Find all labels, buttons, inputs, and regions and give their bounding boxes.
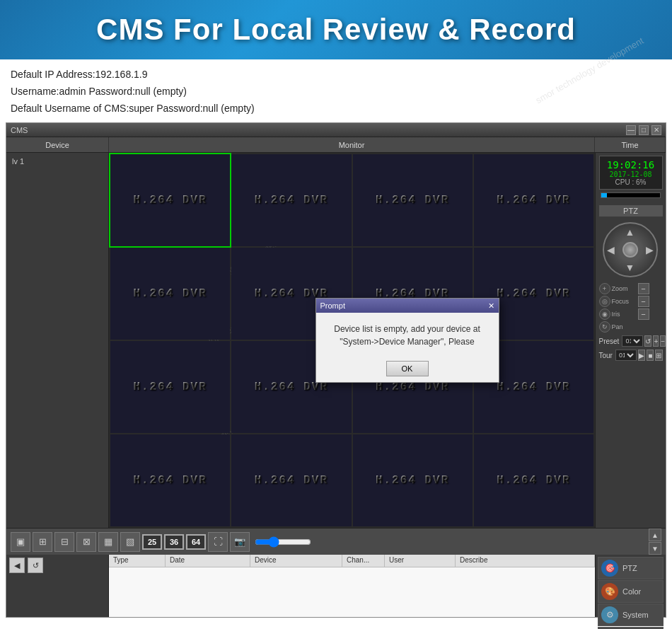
camera-cell-15[interactable]: H.264 DVR (353, 434, 473, 526)
layout-4x4-button[interactable]: ⊠ (76, 532, 96, 552)
camera-label-8: H.264 DVR (497, 287, 570, 300)
time-display: 19:02:16 2017-12-08 CPU : 6% (599, 156, 663, 190)
color-side-label: Color (622, 587, 641, 596)
prompt-dialog: Prompt ✕ Device list is empty, add your … (315, 298, 499, 383)
ptz-left-arrow[interactable]: ◀ (607, 244, 615, 255)
scroll-up-button[interactable]: ▲ (649, 529, 661, 541)
preset-add-button[interactable]: + (653, 335, 659, 347)
color-side-icon: 🎨 (601, 583, 618, 600)
preset-refresh-button[interactable]: ↺ (644, 335, 651, 347)
ptz-up-arrow[interactable]: ▲ (625, 226, 635, 238)
log-prev-button[interactable]: ◀ (9, 558, 25, 573)
info-line-3: Default Username of CMS:super Password:n… (11, 100, 661, 117)
camera-cell-4[interactable]: H.264 DVR (474, 154, 593, 246)
camera-label-5: H.264 DVR (133, 287, 207, 300)
date-text: 2017-12-08 (604, 171, 658, 178)
tree-item[interactable]: lv 1 (9, 156, 105, 167)
cms-window: CMS — □ ✕ Device Monitor Time lv 1 smor … (6, 122, 666, 618)
preset-label: Preset (599, 337, 620, 345)
tour-stop-button[interactable]: ■ (647, 350, 654, 361)
preset-delete-button[interactable]: − (660, 335, 666, 347)
ptz-control[interactable]: ▲ ▼ ◀ ▶ (603, 222, 659, 279)
iris-minus-button[interactable]: − (638, 308, 649, 320)
column-headers: Device Monitor Time (6, 137, 666, 153)
iris-label: Iris (612, 311, 637, 318)
log-refresh-button[interactable]: ↺ (28, 558, 43, 573)
col-header-time: Time (595, 137, 666, 152)
ptz-down-arrow[interactable]: ▼ (625, 262, 635, 273)
ptz-right-arrow[interactable]: ▶ (646, 244, 654, 255)
prompt-ok-button[interactable]: OK (386, 361, 429, 376)
system-side-button[interactable]: ⚙ System (598, 604, 664, 626)
ptz-center-button[interactable] (622, 242, 638, 258)
layout-custom1-button[interactable]: ▦ (98, 532, 118, 552)
side-buttons-panel: 🎯 PTZ 🎨 Color ⚙ System ▶ PlayBack 🔧 Adva… (595, 555, 666, 617)
camera-cell-5[interactable]: H.264 DVR (110, 248, 230, 340)
log-col-device: Device (250, 555, 342, 567)
tour-play-button[interactable]: ▶ (638, 350, 645, 361)
right-panel: 19:02:16 2017-12-08 CPU : 6% PTZ ▲ ▼ ◀ ▶ (595, 153, 666, 528)
device-sidebar: lv 1 (6, 153, 109, 528)
layout-25-button[interactable]: 25 (142, 534, 162, 550)
layout-64-button[interactable]: 64 (186, 534, 206, 550)
cms-title: CMS (11, 126, 28, 134)
preset-select[interactable]: 01 (622, 335, 643, 347)
tour-select[interactable]: 01 (615, 350, 637, 361)
layout-1x1-button[interactable]: ▣ (11, 532, 30, 552)
monitor-area: smor technology development smor technol… (109, 153, 595, 528)
layout-3x3-button[interactable]: ⊟ (54, 532, 74, 552)
restore-button[interactable]: □ (639, 125, 649, 135)
prompt-message: Device list is empty, add your device at… (334, 324, 480, 347)
ptz-side-label: PTZ (622, 564, 637, 572)
log-col-desc: Describe (456, 555, 595, 567)
tour-row: Tour 01 ▶ ■ ⊞ (599, 350, 663, 361)
ptz-side-button[interactable]: 🎯 PTZ (598, 557, 664, 579)
col-header-monitor: Monitor (109, 137, 595, 152)
camera-label-1: H.264 DVR (133, 194, 207, 207)
camera-label-14: H.264 DVR (255, 474, 328, 487)
layout-custom2-button[interactable]: ▧ (120, 532, 140, 552)
camera-cell-16[interactable]: H.264 DVR (474, 434, 593, 526)
log-headers: Type Date Device Chan... User Describe (109, 555, 595, 567)
focus-minus-button[interactable]: − (638, 296, 649, 307)
prompt-close-button[interactable]: ✕ (488, 301, 494, 311)
color-side-button[interactable]: 🎨 Color (598, 580, 664, 603)
zoom-minus-button[interactable]: − (638, 283, 649, 294)
layout-36-button[interactable]: 36 (164, 534, 184, 550)
camera-cell-9[interactable]: H.264 DVR (110, 341, 230, 433)
lower-section: ◀ ↺ Type Date Device Chan... User Descri… (6, 555, 666, 617)
ptz-ring[interactable]: ▲ ▼ ◀ ▶ (603, 222, 658, 277)
camera-cell-13[interactable]: H.264 DVR (110, 434, 230, 526)
camera-label-9: H.264 DVR (133, 381, 207, 393)
minimize-button[interactable]: — (626, 125, 636, 135)
iris-icon: ◉ (599, 308, 610, 320)
cpu-text: CPU : 6% (604, 178, 658, 186)
camera-cell-2[interactable]: H.264 DVR (231, 154, 351, 246)
volume-slider[interactable] (255, 536, 311, 548)
focus-label: Focus (612, 298, 637, 305)
close-button[interactable]: ✕ (651, 125, 661, 135)
cms-main: lv 1 smor technology development smor te… (6, 153, 666, 528)
ptz-section-label: PTZ (599, 205, 663, 217)
focus-row: ◎ Focus − (599, 296, 663, 307)
ptz-side-icon: 🎯 (601, 560, 618, 577)
camera-cell-14[interactable]: H.264 DVR (231, 434, 351, 526)
fullscreen-button[interactable]: ⛶ (208, 532, 228, 552)
layout-2x2-button[interactable]: ⊞ (33, 532, 52, 552)
snapshot-button[interactable]: 📷 (230, 532, 250, 552)
camera-cell-1[interactable]: H.264 DVR (110, 154, 230, 246)
camera-label-12: H.264 DVR (497, 381, 570, 393)
log-area: Type Date Device Chan... User Describe (109, 555, 595, 617)
scroll-down-button[interactable]: ▼ (649, 542, 661, 555)
camera-label-2: H.264 DVR (255, 194, 328, 207)
prompt-title: Prompt (320, 301, 345, 310)
camera-label-13: H.264 DVR (133, 474, 207, 487)
camera-cell-3[interactable]: H.264 DVR (353, 154, 473, 246)
pan-icon: ↻ (599, 321, 610, 333)
camera-label-15: H.264 DVR (376, 474, 449, 487)
log-col-date: Date (166, 555, 250, 567)
header: CMS For Local Review & Record (0, 0, 672, 59)
tour-label: Tour (599, 352, 613, 359)
tour-grid-button[interactable]: ⊞ (655, 350, 662, 361)
cms-titlebar: CMS — □ ✕ (6, 123, 666, 137)
